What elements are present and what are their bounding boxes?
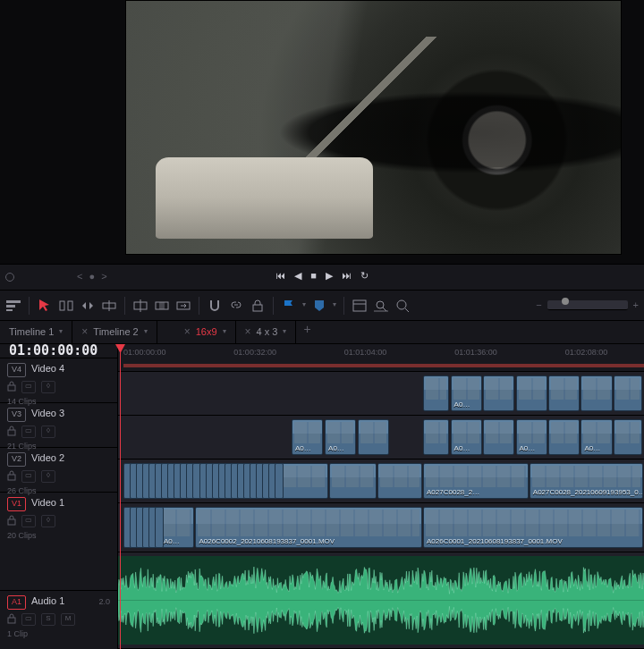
loop-button[interactable]: ↻ [360,269,369,282]
chevron-down-icon[interactable]: ▾ [59,327,63,336]
replace-clip-icon[interactable] [175,298,191,314]
clip[interactable] [516,375,547,411]
clip[interactable] [580,375,612,411]
lock-icon[interactable] [7,381,16,393]
close-icon[interactable]: × [81,325,88,340]
marker-icon[interactable] [311,298,327,314]
chevron-down-icon[interactable]: ▾ [223,327,226,336]
add-tab-button[interactable]: + [296,321,318,343]
track-lane-v2[interactable]: A027C0028_2…A027C0028_20210609193953_0… [118,459,644,503]
playhead[interactable] [120,344,121,649]
play-button[interactable]: ▶ [326,269,333,282]
timeline-tab[interactable]: × Timeline 2 ▾ [72,321,157,343]
clip[interactable] [423,375,449,411]
clip[interactable] [548,419,580,455]
zoom-slider[interactable]: − + [418,299,639,311]
lock-icon[interactable] [7,515,16,527]
clip[interactable] [423,419,449,455]
scrub-marker[interactable] [5,273,14,282]
clip[interactable] [155,507,164,548]
timeline-tab[interactable]: Timeline 1 ▾ [0,321,72,343]
clip[interactable] [281,463,328,499]
zoom-out-icon[interactable]: − [536,299,541,311]
toggle-icon[interactable]: ◊ [41,381,55,393]
auto-select-icon[interactable]: ▭ [21,515,36,527]
lock-icon[interactable] [7,470,16,483]
track-header[interactable]: A1 Audio 1 2.0 ▭ SM 1 Clip [0,591,117,649]
dynamic-trim-icon[interactable] [80,298,96,314]
track-header[interactable]: V1 Video 1 ▭ ◊ 20 Clips [0,493,117,591]
selection-tool-icon[interactable] [37,298,53,314]
clip[interactable] [377,463,421,499]
clip[interactable] [483,419,514,455]
scrub-bar[interactable]: < ● > ⏮ ◀ ■ ▶ ⏭ ↻ [0,264,644,291]
overwrite-clip-icon[interactable] [154,298,170,314]
track-lane-v4[interactable]: A0… [118,372,644,416]
timecode-display[interactable]: 01:00:00:00 [0,344,117,358]
track-tag[interactable]: V2 [7,452,26,467]
link-icon[interactable] [228,298,244,314]
track-header[interactable]: V4 Video 4 ▭ ◊ 14 Clips [0,358,117,403]
track-lane-a1[interactable] [118,552,644,649]
timeline-canvas[interactable]: 01:00:00:0001:00:32:0001:01:04:0001:01:3… [118,344,644,649]
chevron-down-icon[interactable]: ▾ [144,327,148,336]
close-icon[interactable]: × [184,325,191,340]
toggle-icon[interactable]: ◊ [41,515,55,527]
track-lane-v3[interactable]: A0…A0…A0…A0…A0… [118,416,644,459]
blade-tool-icon[interactable] [101,298,117,314]
clip[interactable] [614,375,642,411]
clip[interactable]: A0… [292,419,323,455]
clip[interactable] [329,463,377,499]
track-tag[interactable]: V1 [7,497,26,511]
clip[interactable] [548,375,580,411]
go-last-button[interactable]: ⏭ [342,269,352,282]
chevron-down-icon[interactable]: ▾ [283,327,286,336]
track-tag[interactable]: V3 [7,408,26,422]
play-reverse-button[interactable]: ◀ [294,269,301,282]
snap-icon[interactable] [207,298,223,314]
auto-select-icon[interactable]: ▭ [21,470,36,483]
flag-icon[interactable] [281,298,297,314]
clip[interactable]: A0… [580,419,612,455]
lock-icon[interactable] [7,613,16,626]
toggle-icon[interactable]: ◊ [41,426,55,438]
clip[interactable] [483,375,514,411]
auto-select-icon[interactable]: ▭ [21,381,36,393]
close-icon[interactable]: × [245,325,251,340]
track-tag[interactable]: A1 [7,595,26,610]
solo-button[interactable]: S [41,613,55,626]
marker-dropdown-icon[interactable]: ▾ [333,300,336,309]
track-header[interactable]: V2 Video 2 ▭ ◊ 26 Clips [0,448,117,493]
clip[interactable]: A0… [516,419,547,455]
auto-select-icon[interactable]: ▭ [21,613,36,626]
clip[interactable]: A0… [451,419,482,455]
trim-tool-icon[interactable] [58,298,74,314]
clip[interactable]: A026C0001_20210608193837_0001.MOV [423,507,643,548]
flag-dropdown-icon[interactable]: ▾ [302,300,306,309]
search-timeline-icon[interactable] [373,298,389,314]
aspect-tab[interactable]: × 16x9 ▾ [175,321,236,343]
stop-button[interactable]: ■ [310,269,317,282]
insert-clip-icon[interactable] [132,298,148,314]
lock-icon[interactable] [7,426,16,438]
zoom-in-icon[interactable]: + [633,299,639,311]
clip[interactable]: A0… [325,419,356,455]
mute-button[interactable]: M [61,613,75,626]
clip[interactable] [614,419,642,455]
track-tag[interactable]: V4 [7,363,26,377]
toggle-icon[interactable]: ◊ [41,470,55,483]
clip[interactable] [275,463,284,499]
lock-icon[interactable] [250,298,266,314]
track-header[interactable]: V3 Video 3 ▭ ◊ 21 Clips [0,403,117,448]
program-monitor[interactable] [125,0,622,255]
clip[interactable] [358,419,389,455]
aspect-tab[interactable]: × 4 x 3 ▾ [236,321,297,343]
time-ruler[interactable]: 01:00:00:0001:00:32:0001:01:04:0001:01:3… [118,344,644,372]
nudge-controls[interactable]: < ● > [77,270,109,282]
clip[interactable]: A0… [451,375,482,411]
index-icon[interactable] [352,298,368,314]
clip[interactable]: A027C0028_2… [423,463,529,499]
clip[interactable]: A0… [160,507,194,548]
track-lane-v1[interactable]: A0…A026C0002_20210608193837_0001.MOVA026… [118,503,644,552]
clip[interactable]: A027C0028_20210609193953_0… [530,463,643,499]
